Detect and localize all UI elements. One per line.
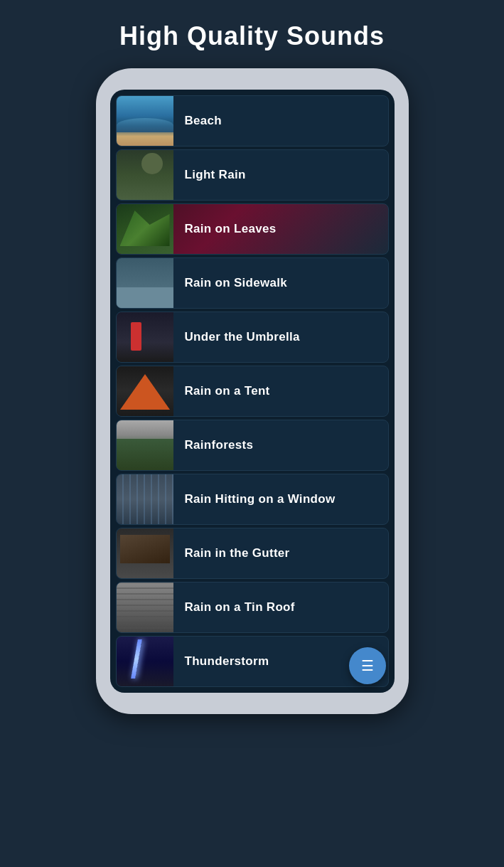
list-item-rain-on-leaves[interactable]: Rain on Leaves bbox=[116, 203, 389, 255]
menu-icon: ☰ bbox=[361, 659, 374, 673]
thumbnail-thunderstorm bbox=[117, 636, 173, 687]
list-item-light-rain[interactable]: Light Rain bbox=[116, 149, 389, 201]
thumbnail-beach bbox=[117, 95, 173, 147]
item-label-rain-on-a-tent: Rain on a Tent bbox=[173, 384, 388, 398]
list-item-rain-on-a-tent[interactable]: Rain on a Tent bbox=[116, 366, 389, 417]
thumbnail-rain-in-the-gutter bbox=[117, 528, 173, 579]
item-label-light-rain: Light Rain bbox=[173, 168, 388, 182]
list-item-beach[interactable]: Beach bbox=[116, 95, 389, 147]
phone-shell: BeachLight RainRain on LeavesRain on Sid… bbox=[96, 68, 409, 714]
thumbnail-light-rain bbox=[117, 149, 173, 201]
item-label-rain-in-the-gutter: Rain in the Gutter bbox=[173, 546, 388, 560]
thumbnail-under-the-umbrella bbox=[117, 312, 173, 363]
thumbnail-rain-hitting-on-a-window bbox=[117, 474, 173, 525]
item-label-rainforests: Rainforests bbox=[173, 438, 388, 452]
thumbnail-rain-on-sidewalk bbox=[117, 257, 173, 309]
thumbnail-rainforests bbox=[117, 420, 173, 471]
item-label-rain-hitting-on-a-window: Rain Hitting on a Window bbox=[173, 492, 388, 506]
page-title: High Quality Sounds bbox=[119, 21, 385, 51]
thumbnail-rain-on-leaves bbox=[117, 203, 173, 255]
item-label-rain-on-sidewalk: Rain on Sidewalk bbox=[173, 276, 388, 290]
list-item-rainforests[interactable]: Rainforests bbox=[116, 420, 389, 471]
list-item-rain-on-a-tin-roof[interactable]: Rain on a Tin Roof bbox=[116, 582, 389, 633]
item-label-beach: Beach bbox=[173, 114, 388, 128]
list-item-rain-hitting-on-a-window[interactable]: Rain Hitting on a Window bbox=[116, 474, 389, 525]
item-label-rain-on-leaves: Rain on Leaves bbox=[173, 222, 388, 236]
item-label-under-the-umbrella: Under the Umbrella bbox=[173, 330, 388, 344]
item-label-rain-on-a-tin-roof: Rain on a Tin Roof bbox=[173, 600, 388, 615]
sound-list: BeachLight RainRain on LeavesRain on Sid… bbox=[110, 90, 395, 693]
phone-screen: BeachLight RainRain on LeavesRain on Sid… bbox=[110, 90, 395, 693]
thumbnail-rain-on-a-tin-roof bbox=[117, 582, 173, 633]
thumbnail-rain-on-a-tent bbox=[117, 366, 173, 417]
list-item-thunderstorm[interactable]: Thunderstorm bbox=[116, 636, 389, 687]
list-item-rain-on-sidewalk[interactable]: Rain on Sidewalk bbox=[116, 257, 389, 309]
list-item-rain-in-the-gutter[interactable]: Rain in the Gutter bbox=[116, 528, 389, 579]
menu-fab-button[interactable]: ☰ bbox=[349, 647, 386, 684]
list-item-under-the-umbrella[interactable]: Under the Umbrella bbox=[116, 312, 389, 363]
